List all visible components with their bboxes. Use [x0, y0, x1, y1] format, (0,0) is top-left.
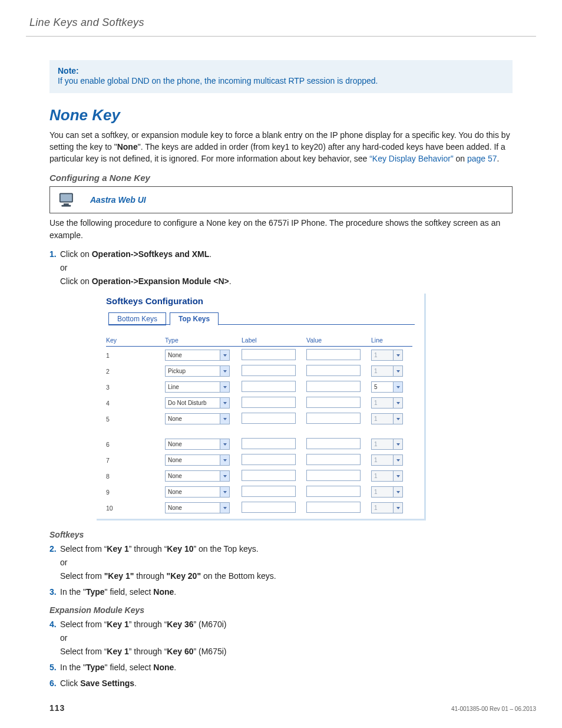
link-page-57[interactable]: page 57 — [467, 154, 497, 163]
value-input[interactable] — [306, 486, 361, 497]
svg-rect-1 — [61, 195, 72, 202]
step-1: 1. Click on Operation->Softkeys and XML.… — [49, 248, 513, 288]
table-row: 4Do Not Disturb1 — [106, 394, 412, 410]
label-input[interactable] — [242, 438, 296, 449]
type-select[interactable]: None — [165, 502, 230, 513]
chevron-down-icon — [393, 350, 402, 360]
chevron-down-icon[interactable] — [220, 350, 229, 360]
link-key-display-behavior[interactable]: “Key Display Behavior” — [369, 154, 453, 163]
label-input[interactable] — [242, 365, 296, 376]
value-input[interactable] — [306, 349, 361, 360]
line-select: 1 — [371, 365, 403, 377]
type-select[interactable]: None — [165, 413, 230, 424]
chevron-down-icon — [393, 398, 402, 408]
cell-key: 5 — [106, 410, 165, 426]
col-label: Label — [242, 335, 306, 347]
table-row: 7None1 — [106, 452, 412, 467]
revision-text: 41-001385-00 Rev 01 – 06.2013 — [451, 706, 536, 712]
chevron-down-icon — [393, 366, 402, 376]
chevron-down-icon — [393, 414, 402, 424]
value-input[interactable] — [306, 470, 361, 481]
chevron-down-icon — [393, 455, 402, 465]
type-select[interactable]: None — [165, 470, 230, 482]
monitor-icon — [57, 191, 78, 209]
value-input[interactable] — [306, 381, 361, 392]
table-row: 5None1 — [106, 410, 412, 426]
step-3: 3. In the "Type" field, select None. — [49, 586, 513, 598]
tab-top-keys[interactable]: Top Keys — [170, 312, 219, 325]
chevron-down-icon — [393, 487, 402, 497]
line-select: 1 — [371, 486, 403, 498]
softkeys-config-title: Softkeys Configuration — [97, 294, 424, 312]
aastra-web-ui-label: Aastra Web UI — [90, 195, 146, 205]
table-row: 10None1 — [106, 499, 412, 515]
line-select: 1 — [371, 470, 403, 482]
col-value: Value — [306, 335, 371, 347]
chevron-down-icon[interactable] — [220, 487, 229, 497]
note-body: If you enable global DND on the phone, t… — [58, 76, 378, 85]
col-line: Line — [371, 335, 412, 347]
cell-key: 8 — [106, 467, 165, 483]
cell-key: 7 — [106, 452, 165, 467]
chevron-down-icon[interactable] — [393, 382, 402, 392]
value-input[interactable] — [306, 502, 361, 513]
line-select: 1 — [371, 397, 403, 409]
line-select: 1 — [371, 439, 403, 450]
softkeys-table: Key Type Label Value Line 1None12Pickup1… — [106, 335, 412, 515]
label-input[interactable] — [242, 381, 296, 392]
step-5: 5. In the "Type" field, select None. — [49, 661, 513, 674]
subhead-expansion: Expansion Module Keys — [49, 605, 513, 615]
type-select[interactable]: Line — [165, 381, 230, 393]
step-2: 2. Select from “Key 1” through “Key 10” … — [49, 543, 513, 582]
chevron-down-icon — [393, 503, 402, 513]
label-input[interactable] — [242, 413, 296, 424]
label-input[interactable] — [242, 454, 296, 465]
line-select: 1 — [371, 350, 403, 361]
chevron-down-icon[interactable] — [220, 382, 229, 392]
cell-key: 9 — [106, 483, 165, 499]
chevron-down-icon[interactable] — [220, 398, 229, 408]
line-select[interactable]: 5 — [371, 381, 403, 393]
type-select[interactable]: Pickup — [165, 365, 230, 377]
softkeys-config-panel: Softkeys Configuration Bottom Keys Top K… — [97, 294, 426, 521]
table-row: 2Pickup1 — [106, 363, 412, 378]
value-input[interactable] — [306, 365, 361, 376]
type-select[interactable]: Do Not Disturb — [165, 397, 230, 409]
line-select: 1 — [371, 413, 403, 424]
value-input[interactable] — [306, 438, 361, 449]
heading-configuring: Configuring a None Key — [49, 173, 513, 183]
tab-strip: Bottom Keys Top Keys — [97, 312, 424, 325]
label-input[interactable] — [242, 397, 296, 408]
chevron-down-icon[interactable] — [220, 439, 229, 449]
label-input[interactable] — [242, 486, 296, 497]
type-select[interactable]: None — [165, 486, 230, 498]
label-input[interactable] — [242, 470, 296, 481]
cell-key: 1 — [106, 347, 165, 363]
tab-bottom-keys[interactable]: Bottom Keys — [108, 312, 166, 325]
type-select[interactable]: None — [165, 439, 230, 450]
chevron-down-icon[interactable] — [220, 471, 229, 481]
type-select[interactable]: None — [165, 350, 230, 361]
value-input[interactable] — [306, 413, 361, 424]
chevron-down-icon — [393, 471, 402, 481]
value-input[interactable] — [306, 397, 361, 408]
table-row: 8None1 — [106, 467, 412, 483]
col-key: Key — [106, 335, 165, 347]
use-procedure: Use the following procedure to configure… — [49, 217, 513, 241]
page-number: 113 — [26, 703, 65, 713]
intro-paragraph: You can set a softkey, or expansion modu… — [49, 129, 513, 165]
value-input[interactable] — [306, 454, 361, 465]
running-head: Line Keys and Softkeys — [26, 17, 536, 37]
heading-none-key: None Key — [49, 106, 513, 124]
label-input[interactable] — [242, 349, 296, 360]
cell-key: 4 — [106, 394, 165, 410]
chevron-down-icon[interactable] — [220, 414, 229, 424]
chevron-down-icon[interactable] — [220, 366, 229, 376]
chevron-down-icon[interactable] — [220, 455, 229, 465]
chevron-down-icon[interactable] — [220, 503, 229, 513]
cell-key: 3 — [106, 378, 165, 394]
label-input[interactable] — [242, 502, 296, 513]
aastra-web-ui-bar: Aastra Web UI — [49, 186, 513, 213]
type-select[interactable]: None — [165, 454, 230, 466]
cell-key: 6 — [106, 436, 165, 452]
